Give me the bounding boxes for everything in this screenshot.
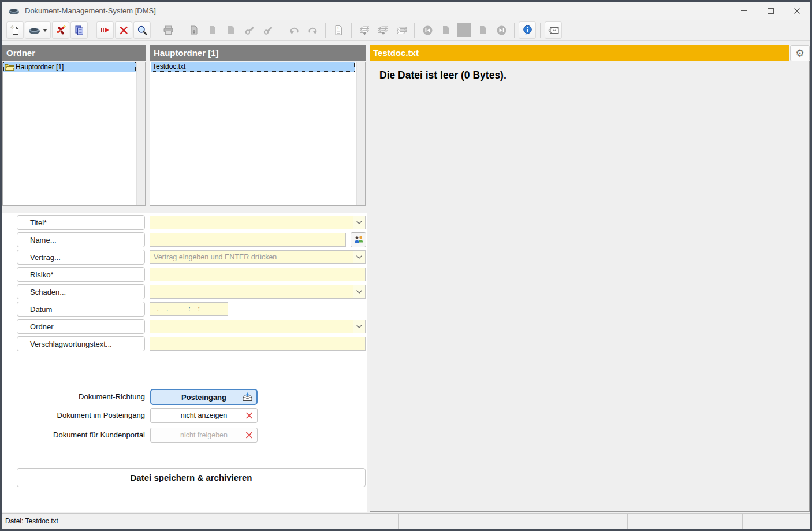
preview-content: Die Datei ist leer (0 Bytes). [370, 61, 810, 512]
form-label-name[interactable]: Name... [17, 232, 145, 247]
ordner-value [150, 320, 353, 333]
rotate-left-icon [289, 25, 300, 35]
metadata-form: Titel* Name... Vertrag... Vertrag eingeb… [2, 213, 367, 512]
scan-dropdown-icon[interactable] [43, 29, 47, 32]
chevron-down-icon[interactable] [353, 251, 365, 263]
minimize-button[interactable] [731, 2, 757, 20]
toolbar-separator [540, 23, 541, 38]
copy-pages-button[interactable] [70, 21, 88, 39]
ordner-combobox[interactable] [150, 320, 366, 333]
export-document-button [185, 21, 203, 39]
form-label-schaden[interactable]: Schaden... [17, 284, 145, 299]
datum-input[interactable]: . . : : [150, 302, 228, 316]
minimize-icon [741, 10, 747, 11]
contact-picker-button[interactable] [351, 232, 366, 247]
scrollbar-track[interactable] [356, 62, 365, 205]
nav-current-button [456, 21, 473, 39]
statusbar-divider [627, 514, 628, 529]
rotate-left-button [285, 21, 303, 39]
schaden-value [150, 285, 353, 298]
key-button-a [241, 21, 258, 39]
maximize-button[interactable] [757, 2, 784, 20]
portal-release-label: Dokument für Kundenportal [2, 428, 145, 443]
info-button[interactable] [519, 21, 536, 39]
form-label-verschlagwortungstext[interactable]: Verschlagwortungstext... [17, 336, 145, 351]
documents-panel: Hauptordner [1] Testdoc.txt [150, 45, 366, 206]
export-document-icon [189, 25, 200, 36]
titel-combobox[interactable] [150, 216, 366, 229]
search-button[interactable] [133, 21, 151, 39]
name-input[interactable] [150, 233, 346, 247]
folder-icon [5, 63, 14, 71]
scan-button[interactable] [25, 21, 51, 39]
scrollbar-track[interactable] [136, 62, 145, 205]
people-icon [353, 235, 364, 244]
nav-current-icon [457, 23, 471, 37]
document-icon [226, 25, 236, 35]
app-window: Dokument-Management-System [DMS] [0, 0, 812, 531]
preview-panel: Testdoc.txt ⚙ Die Datei ist leer (0 Byte… [370, 45, 810, 512]
delete-button[interactable] [115, 21, 132, 39]
toolbar-separator [181, 23, 181, 38]
schaden-combobox[interactable] [150, 285, 366, 299]
empty-file-message: Die Datei ist leer (0 Bytes). [370, 61, 809, 81]
folder-tree[interactable]: Hauptordner [1] [2, 62, 146, 206]
print-icon [163, 25, 174, 35]
nav-prev-icon [441, 25, 450, 35]
copy-pages-icon [74, 25, 85, 36]
inbox-icon [242, 392, 253, 402]
form-label-titel[interactable]: Titel* [17, 215, 145, 230]
tree-item-hauptordner[interactable]: Hauptordner [1] [3, 62, 136, 72]
vertrag-combobox[interactable]: Vertrag eingeben und ENTER drücken [150, 250, 366, 264]
pdf-pinwheel-icon [55, 24, 67, 36]
checkin-button[interactable] [96, 21, 114, 39]
delete-x-icon [119, 25, 129, 35]
layers-button [393, 21, 410, 39]
gear-icon: ⚙ [795, 47, 804, 60]
direction-value: Posteingang [181, 393, 226, 402]
toolbar-separator [92, 23, 92, 38]
save-archive-button[interactable]: Datei speichern & archivieren [17, 468, 366, 487]
scan-icon [28, 26, 40, 35]
inbox-visibility-button[interactable]: nicht anzeigen [150, 408, 258, 423]
mail-attachment-icon [547, 25, 560, 35]
red-x-icon [245, 411, 254, 420]
verschlagwortungstext-input[interactable] [150, 337, 366, 351]
risiko-input[interactable] [150, 268, 366, 281]
pdf-button[interactable] [52, 21, 69, 39]
maximize-icon [768, 8, 774, 14]
toolbar-separator [414, 23, 415, 38]
document-list[interactable]: Testdoc.txt [150, 62, 366, 206]
layers-up-icon [359, 25, 371, 36]
form-label-vertrag[interactable]: Vertrag... [17, 250, 145, 265]
settings-button[interactable]: ⚙ [790, 45, 810, 61]
layers-icon [396, 25, 408, 36]
statusbar-divider [742, 514, 743, 529]
chevron-down-icon[interactable] [353, 216, 365, 229]
statusbar-divider [513, 514, 513, 529]
page-button-b [222, 21, 240, 39]
print-button [159, 21, 177, 39]
direction-button[interactable]: Posteingang [150, 389, 258, 405]
chevron-down-icon[interactable] [353, 320, 365, 333]
nav-prev-button [437, 21, 455, 39]
mail-attachment-button[interactable] [545, 21, 562, 39]
window-title: Dokument-Management-System [DMS] [25, 6, 156, 15]
form-label-ordner[interactable]: Ordner [17, 319, 145, 334]
status-file-text: Datei: Testdoc.txt [5, 514, 58, 529]
toolbar: 1 [2, 20, 810, 41]
folders-panel: Ordner Hauptordner [1] [2, 45, 146, 206]
checkin-arrow-icon [100, 25, 110, 35]
close-button[interactable] [784, 2, 810, 20]
list-item-testdoc[interactable]: Testdoc.txt [151, 62, 355, 72]
chevron-down-icon[interactable] [353, 285, 365, 298]
form-label-datum[interactable]: Datum [17, 302, 145, 317]
form-label-risiko[interactable]: Risiko* [17, 267, 145, 282]
nav-first-icon [422, 25, 433, 36]
titel-value [150, 216, 353, 229]
documents-panel-header: Hauptordner [1] [150, 45, 366, 61]
new-document-button[interactable] [6, 21, 24, 39]
portal-release-button[interactable]: nicht freigeben [150, 428, 258, 443]
rotate-right-button [304, 21, 321, 39]
scanner-app-icon [8, 7, 20, 15]
